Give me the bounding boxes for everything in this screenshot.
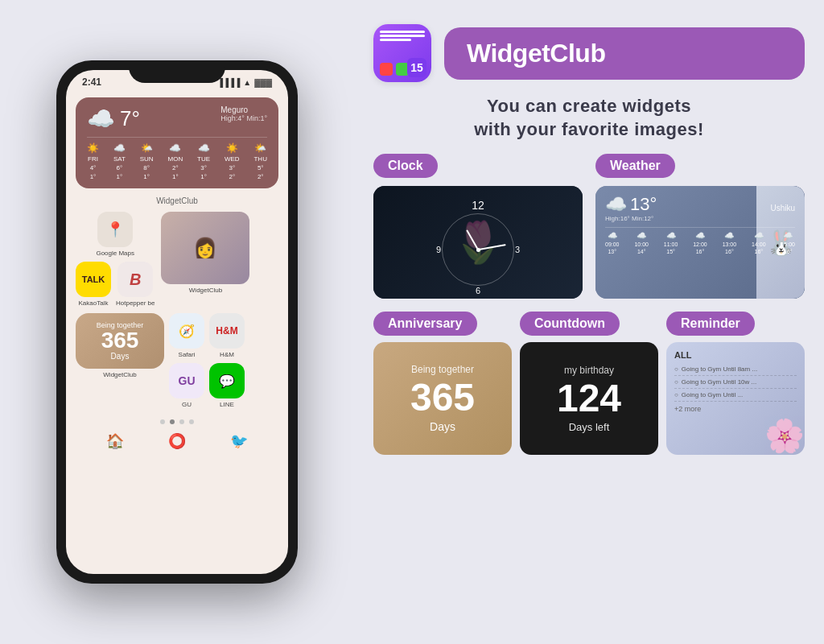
clock-center-dot — [476, 248, 480, 252]
reminder-preview: ALL ○ Going to Gym Until 8am ... ○ Going… — [666, 342, 805, 455]
bt-widgetclub-label: WidgetClub — [103, 371, 136, 378]
bottom-home-icon: 🏠 — [106, 432, 124, 450]
app-maps: 📍 Google Maps — [76, 212, 154, 257]
weather-col: Weather 🐰 ☁️ 13° High:16° Min:12° — [595, 154, 805, 299]
rem-item-3: ○ Going to Gym Until ... — [674, 389, 797, 402]
screen-content: ☁️ 7° Meguro High:4° Min:1° ☀️FRI4°1° ☁️… — [66, 91, 288, 460]
brand-name: WidgetClub — [467, 39, 782, 68]
rem-title: ALL — [674, 350, 797, 360]
rem-more: +2 more — [674, 405, 797, 413]
phone-photo-widget: 👩 — [161, 212, 249, 284]
wp-forecast: ☁️09:0013° ☁️10:0014° ☁️11:0015° ☁️12:00… — [605, 227, 795, 254]
ann-unit: Days — [430, 420, 455, 433]
phone-weather-location: Meguro — [220, 105, 267, 114]
photo-widgetclub-label: WidgetClub — [189, 287, 222, 294]
weather-preview: 🐰 ☁️ 13° High:16° Min:12° Ushiku — [595, 186, 805, 299]
hm-label: H&M — [220, 351, 234, 358]
anniversary-preview: Being together 365 Days — [373, 342, 512, 455]
phone-weather-widget: ☁️ 7° Meguro High:4° Min:1° ☀️FRI4°1° ☁️… — [76, 97, 278, 188]
clock-6: 6 — [476, 286, 480, 295]
clock-face: 12 9 3 6 — [442, 199, 514, 286]
clock-label: Clock — [373, 154, 438, 178]
battery-icon: ▓▓▓ — [254, 78, 272, 87]
logo-line-3 — [380, 39, 411, 41]
wp-location: Ushiku — [770, 204, 795, 213]
dot-1 — [160, 419, 165, 424]
tagline-line1: You can create widgets — [373, 95, 805, 118]
hotpepper-label: Hotpepper be — [116, 299, 154, 307]
app-kakao: TALK KakaoTalk — [76, 262, 111, 307]
hm-icon: H&M — [209, 313, 245, 349]
logo-line-2 — [380, 35, 425, 37]
cd-number: 124 — [557, 379, 621, 418]
phone-frame: 2:41 ▐▐▐▐ ▲ ▓▓▓ ☁️ 7° Megur — [56, 60, 298, 584]
phone-mockup-panel: 2:41 ▐▐▐▐ ▲ ▓▓▓ ☁️ 7° Megur — [0, 0, 354, 644]
maps-icon: 📍 — [97, 212, 133, 247]
wp-range: High:16° Min:12° — [605, 215, 657, 222]
rem-item-2: ○ Going to Gym Until 10w ... — [674, 376, 797, 389]
weather-label: Weather — [595, 154, 675, 178]
phone-weather-forecast: ☀️FRI4°1° ☁️SAT6°1° 🌤️SUN8°1° ☁️MON2°1° … — [87, 137, 267, 180]
bottom-circle-icon: ⭕ — [168, 432, 186, 450]
phone-cloud-icon: ☁️ — [87, 105, 115, 132]
safari-label: Safari — [179, 351, 196, 358]
ann-number: 365 — [410, 378, 475, 417]
logo-line-1 — [380, 31, 425, 33]
tagline-line2: with your favorite images! — [373, 118, 805, 142]
bt-days: Days — [84, 352, 156, 361]
wp-top: ☁️ 13° High:16° Min:12° Ushiku — [605, 194, 795, 222]
app-hm: H&M H&M — [209, 313, 245, 358]
anniversary-col: Anniversary Being together 365 Days — [373, 312, 512, 455]
wp-temp: 13° — [630, 194, 657, 215]
phone-widgetclub-label: WidgetClub — [76, 196, 278, 205]
gu-icon: GU — [169, 363, 204, 398]
clock-9: 9 — [436, 245, 441, 254]
countdown-label: Countdown — [520, 312, 620, 336]
hotpepper-icon: B — [117, 262, 153, 297]
signal-icon: ▐▐▐▐ — [217, 78, 240, 87]
widget-types-grid: Clock 🌷 12 9 3 6 — [373, 154, 805, 299]
bottom-bird-icon: 🐦 — [230, 432, 248, 450]
app-safari: 🧭 Safari — [169, 313, 204, 358]
header-row: 15 WidgetClub — [373, 24, 805, 82]
phone-screen: 2:41 ▐▐▐▐ ▲ ▓▓▓ ☁️ 7° Megur — [66, 70, 288, 574]
reminder-label: Reminder — [666, 312, 755, 336]
dot-3 — [179, 419, 184, 424]
wp-cloud-icon: ☁️ — [605, 194, 627, 215]
logo-lines — [380, 31, 425, 43]
bt-number: 365 — [84, 329, 156, 352]
anniversary-label: Anniversary — [373, 312, 477, 336]
phone-time: 2:41 — [82, 76, 101, 88]
rem-flowers-icon: 🌸 — [764, 417, 805, 455]
page-dots — [76, 415, 278, 429]
brand-pill: WidgetClub — [444, 27, 805, 80]
rem-item-1: ○ Going to Gym Until 8am ... — [674, 363, 797, 376]
phone-weather-range: High:4° Min:1° — [220, 114, 267, 122]
phone-anniversary-widget: Being together 365 Days — [76, 313, 164, 369]
cd-sublabel: my birthday — [564, 365, 614, 376]
photo-placeholder: 👩 — [161, 212, 249, 284]
logo-apps-row: 15 — [380, 63, 425, 76]
clock-12: 12 — [442, 199, 514, 212]
app-logo: 15 — [373, 24, 431, 82]
clock-minute-hand — [478, 244, 506, 250]
clock-preview: 🌷 12 9 3 6 — [373, 186, 583, 299]
phone-notch — [129, 60, 225, 83]
logo-badge-15: 15 — [407, 58, 426, 77]
clock-hour-hand — [466, 229, 479, 250]
countdown-preview: my birthday 124 Days left — [520, 342, 658, 455]
cd-unit: Days left — [569, 421, 610, 433]
kakao-icon: TALK — [76, 262, 111, 297]
gu-label: GU — [182, 401, 192, 408]
line-icon: 💬 — [209, 363, 245, 398]
ann-sublabel: Being together — [411, 364, 474, 375]
safari-icon: 🧭 — [169, 313, 204, 349]
countdown-col: Countdown my birthday 124 Days left — [520, 312, 658, 455]
line-label: LINE — [220, 401, 234, 408]
app-line: 💬 LINE — [209, 363, 245, 408]
dot-4 — [189, 419, 194, 424]
phone-weather-temp: 7° — [120, 106, 140, 131]
app-hotpepper: B Hotpepper be — [116, 262, 154, 307]
logo-dot-red — [380, 63, 393, 76]
maps-label: Google Maps — [96, 250, 134, 257]
